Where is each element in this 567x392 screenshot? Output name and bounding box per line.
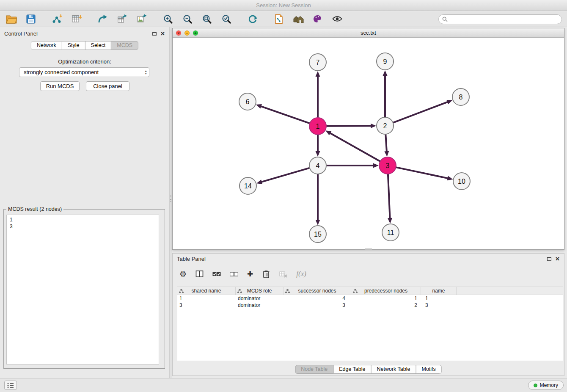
column-header-mcds-role[interactable]: MCDS role	[236, 287, 284, 295]
task-history-button[interactable]	[4, 381, 17, 390]
graph-node-label-8: 8	[459, 94, 463, 101]
mcds-result-group: MCDS result (2 nodes) 1 3	[3, 209, 165, 369]
zoom-fit-button[interactable]	[199, 12, 215, 26]
network-graph[interactable]: 7968124314101511	[173, 38, 564, 249]
graph-edge-3-10[interactable]	[396, 167, 449, 178]
tab-mcds[interactable]: MCDS	[111, 41, 138, 50]
delete-table-button[interactable]	[279, 271, 287, 278]
mcds-result-title: MCDS result (2 nodes)	[6, 206, 63, 212]
memory-button[interactable]: Memory	[528, 381, 564, 390]
graph-edge-3-11[interactable]	[388, 174, 390, 219]
network-window-titlebar: × − + scc.txt	[173, 28, 564, 38]
zoom-selected-button[interactable]	[218, 12, 234, 26]
cell-successor-nodes[interactable]: 4	[284, 295, 351, 302]
graph-arrowhead-1-4	[316, 151, 320, 157]
tab-network-table[interactable]: Network Table	[371, 365, 416, 374]
deselect-all-rows-button[interactable]	[230, 271, 238, 277]
table-row[interactable]: 1 dominator 4 1 1	[177, 295, 563, 302]
unchecked-boxes-icon	[230, 271, 238, 277]
cell-mcds-role[interactable]: dominator	[236, 302, 284, 309]
import-network-button[interactable]	[49, 12, 65, 26]
export-network-button[interactable]	[95, 12, 111, 26]
refresh-view-button[interactable]	[245, 12, 261, 26]
graph-edge-3-1[interactable]	[330, 133, 380, 161]
document-network-icon	[274, 14, 284, 24]
show-hide-graphics-button[interactable]	[329, 12, 345, 26]
graph-arrowhead-4-3	[373, 163, 379, 168]
cell-successor-nodes[interactable]: 3	[284, 302, 351, 309]
splitter-grip-icon[interactable]	[170, 196, 171, 202]
graph-arrowhead-2-9	[383, 70, 388, 76]
run-mcds-button[interactable]: Run MCDS	[40, 81, 80, 91]
export-image-button[interactable]	[134, 12, 150, 26]
graph-edge-1-6[interactable]	[260, 106, 310, 124]
export-table-button[interactable]	[114, 12, 130, 26]
graph-node-label-2: 2	[383, 122, 387, 130]
cell-predecessor-nodes[interactable]: 2	[351, 302, 421, 309]
graph-edge-1-2[interactable]	[326, 126, 372, 126]
zoom-out-button[interactable]	[179, 12, 195, 26]
criterion-dropdown[interactable]: strongly connected component ▲▼	[19, 67, 149, 77]
style-palette-icon	[313, 14, 323, 24]
column-header-predecessor-nodes[interactable]: predecessor nodes	[351, 287, 421, 295]
refresh-icon	[248, 14, 258, 24]
tab-style[interactable]: Style	[62, 41, 85, 50]
column-header-shared-name[interactable]: shared name	[177, 287, 236, 295]
graph-node-label-7: 7	[316, 59, 320, 66]
graph-node-label-11: 11	[387, 229, 394, 236]
graph-edge-2-3[interactable]	[385, 134, 387, 152]
column-header-successor-nodes[interactable]: successor nodes	[284, 287, 351, 295]
graph-node-label-15: 15	[314, 231, 322, 238]
tab-network[interactable]: Network	[31, 41, 62, 50]
graph-node-label-1: 1	[316, 123, 320, 130]
cell-shared-name[interactable]: 3	[177, 302, 236, 309]
cell-name[interactable]: 1	[421, 295, 457, 302]
graph-arrowhead-4-15	[316, 220, 320, 225]
close-panel-icon[interactable]: ✕	[160, 31, 165, 36]
float-panel-icon[interactable]	[547, 257, 551, 261]
mcds-result-list[interactable]: 1 3	[6, 215, 159, 364]
network-canvas[interactable]: 7968124314101511	[173, 38, 564, 249]
tab-select[interactable]: Select	[85, 41, 112, 50]
open-session-button[interactable]	[3, 12, 19, 26]
panel-splitter[interactable]	[169, 27, 172, 378]
graph-arrowhead-3-11	[388, 218, 392, 224]
cell-shared-name[interactable]: 1	[177, 295, 236, 302]
show-columns-button[interactable]	[195, 270, 204, 278]
zoom-window-button[interactable]: +	[193, 30, 198, 36]
cell-mcds-role[interactable]: dominator	[236, 295, 284, 302]
import-table-button[interactable]	[69, 12, 85, 26]
table-row[interactable]: 3 dominator 3 2 3	[177, 302, 563, 309]
cell-name[interactable]: 3	[421, 302, 457, 309]
search-input[interactable]	[450, 16, 558, 22]
main-toolbar	[0, 11, 567, 27]
float-panel-icon[interactable]	[152, 32, 157, 36]
graph-edge-2-8[interactable]	[393, 102, 448, 123]
column-type-icon	[179, 289, 184, 293]
close-panel-icon[interactable]: ✕	[555, 256, 560, 262]
first-neighbors-button[interactable]	[290, 12, 306, 26]
memory-label: Memory	[540, 382, 558, 388]
close-panel-button[interactable]: Close panel	[86, 81, 129, 91]
tab-motifs[interactable]: Motifs	[416, 365, 441, 374]
gear-icon: ⚙	[179, 269, 187, 279]
apply-style-button[interactable]	[310, 12, 326, 26]
window-resize-handle[interactable]	[365, 248, 372, 250]
node-table: shared name MCDS role successor nodes pr…	[177, 287, 563, 361]
column-header-name[interactable]: name	[421, 287, 457, 295]
zoom-in-button[interactable]	[160, 12, 176, 26]
delete-column-button[interactable]	[262, 270, 270, 278]
create-column-button[interactable]: ✚	[247, 270, 253, 278]
graph-edge-4-14[interactable]	[261, 168, 310, 182]
cell-predecessor-nodes[interactable]: 1	[351, 295, 421, 302]
close-window-button[interactable]: ×	[176, 30, 181, 36]
function-builder-button[interactable]: f(x)	[296, 270, 306, 278]
zoom-out-icon	[182, 14, 193, 24]
save-session-button[interactable]	[23, 12, 39, 26]
select-all-rows-button[interactable]	[212, 271, 221, 277]
tab-node-table[interactable]: Node Table	[295, 365, 333, 374]
network-snapshot-button[interactable]	[271, 12, 287, 26]
minimize-window-button[interactable]: −	[184, 30, 190, 36]
tab-edge-table[interactable]: Edge Table	[333, 365, 371, 374]
table-settings-button[interactable]: ⚙	[179, 269, 187, 279]
